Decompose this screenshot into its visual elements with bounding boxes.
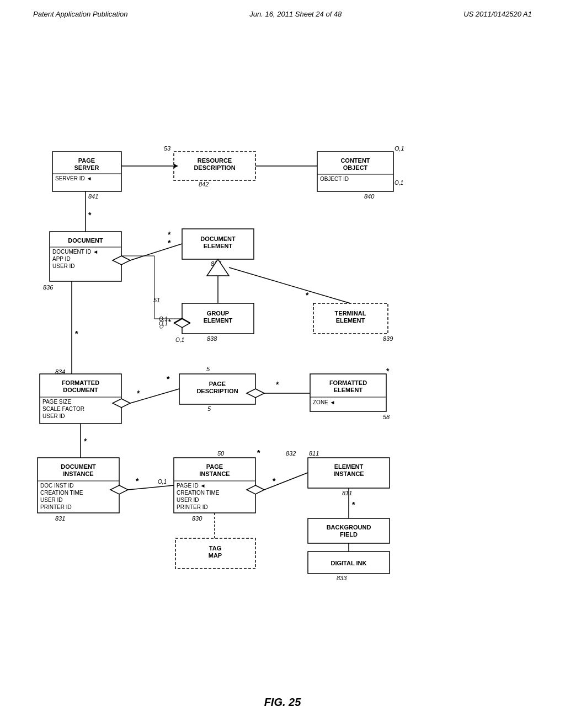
svg-text:*: * (257, 448, 260, 457)
svg-line-98 (229, 267, 350, 303)
svg-text:CONTENT: CONTENT (340, 157, 370, 164)
svg-text:USER ID: USER ID (52, 263, 75, 269)
svg-text:DOCUMENT: DOCUMENT (200, 235, 236, 242)
svg-line-93 (130, 244, 182, 260)
svg-text:5: 5 (206, 366, 210, 372)
svg-text:OBJECT ID: OBJECT ID (320, 176, 349, 182)
svg-text:811: 811 (309, 450, 319, 457)
svg-text:834: 834 (55, 368, 65, 375)
svg-text:832: 832 (286, 450, 296, 457)
svg-text:*: * (167, 374, 170, 383)
svg-text:5: 5 (207, 405, 211, 412)
svg-text:O,1: O,1 (159, 320, 168, 326)
svg-text:SERVER: SERVER (74, 164, 99, 171)
svg-line-115 (264, 473, 308, 490)
svg-text:TERMINAL: TERMINAL (335, 310, 366, 317)
header-right: US 2011/0142520 A1 (463, 10, 532, 18)
svg-text:PAGE: PAGE (78, 157, 95, 164)
svg-text:ELEMENT: ELEMENT (204, 317, 233, 324)
svg-text:DESCRIPTION: DESCRIPTION (194, 164, 235, 171)
svg-text:*: * (386, 367, 390, 376)
svg-text:ELEMENT: ELEMENT (334, 387, 363, 393)
svg-text:*: * (168, 318, 171, 326)
svg-text:ZONE ◄: ZONE ◄ (313, 399, 335, 405)
svg-text:DOCUMENT: DOCUMENT (61, 463, 96, 470)
svg-text:53: 53 (164, 145, 171, 152)
svg-text:USER ID: USER ID (177, 497, 199, 503)
diagram-svg: PAGE SERVER SERVER ID ◄ 841 RESOURCE DES… (0, 66, 565, 711)
svg-text:ELEMENT: ELEMENT (204, 243, 233, 249)
svg-text:FIELD: FIELD (340, 531, 358, 538)
svg-text:TAG: TAG (209, 545, 221, 552)
svg-text:DIGITAL INK: DIGITAL INK (331, 560, 367, 566)
svg-text:PAGE SIZE: PAGE SIZE (42, 399, 71, 405)
svg-text:BACKGROUND: BACKGROUND (327, 524, 371, 531)
svg-text:INSTANCE: INSTANCE (199, 470, 230, 477)
svg-text:CREATION TIME: CREATION TIME (177, 490, 220, 496)
svg-text:838: 838 (207, 335, 217, 342)
svg-text:833: 833 (337, 575, 347, 581)
svg-text:ELEMENT: ELEMENT (334, 463, 364, 470)
svg-text:*: * (136, 477, 139, 485)
svg-text:APP ID: APP ID (52, 256, 71, 262)
svg-text:O,1: O,1 (395, 145, 404, 152)
svg-text:INSTANCE: INSTANCE (63, 470, 93, 477)
svg-text:SERVER ID ◄: SERVER ID ◄ (55, 175, 92, 181)
svg-text:*: * (75, 329, 78, 338)
svg-text:SCALE FACTOR: SCALE FACTOR (42, 406, 84, 412)
page: Patent Application Publication Jun. 16, … (0, 0, 565, 728)
svg-text:OBJECT: OBJECT (343, 164, 368, 171)
svg-text:*: * (137, 389, 140, 398)
svg-text:*: * (306, 291, 309, 299)
svg-text:*: * (273, 477, 276, 485)
svg-text:INSTANCE: INSTANCE (333, 470, 364, 477)
svg-text:USER ID: USER ID (42, 413, 65, 419)
svg-text:PRINTER ID: PRINTER ID (40, 504, 72, 510)
svg-text:O,1: O,1 (158, 479, 167, 485)
header-center: Jun. 16, 2011 Sheet 24 of 48 (249, 10, 342, 18)
svg-text:DOCUMENT: DOCUMENT (63, 387, 98, 393)
svg-text:DESCRIPTION: DESCRIPTION (196, 388, 238, 394)
svg-text:ELEMENT: ELEMENT (336, 317, 365, 324)
svg-text:842: 842 (199, 181, 209, 188)
svg-text:841: 841 (88, 193, 98, 200)
svg-text:RESOURCE: RESOURCE (198, 157, 232, 164)
svg-text:FORMATTED: FORMATTED (329, 379, 367, 386)
svg-text:831: 831 (55, 515, 65, 522)
header-left: Patent Application Publication (33, 10, 128, 18)
svg-text:58: 58 (383, 414, 390, 420)
svg-text:USER ID: USER ID (40, 497, 63, 503)
svg-text:830: 830 (192, 515, 202, 522)
svg-text:CREATION TIME: CREATION TIME (40, 490, 83, 496)
svg-marker-96 (207, 259, 229, 276)
header: Patent Application Publication Jun. 16, … (0, 0, 565, 18)
svg-text:50: 50 (217, 450, 225, 457)
svg-text:PAGE: PAGE (206, 463, 223, 470)
svg-text:PAGE: PAGE (209, 381, 226, 387)
svg-text:*: * (88, 211, 92, 220)
svg-text:840: 840 (364, 193, 375, 200)
svg-text:836: 836 (43, 284, 54, 291)
svg-text:811: 811 (342, 490, 352, 496)
svg-text:*: * (168, 238, 171, 247)
svg-text:FORMATTED: FORMATTED (62, 379, 99, 386)
svg-text:*: * (168, 230, 171, 239)
svg-text:*: * (84, 437, 87, 446)
svg-text:DOCUMENT ID ◄: DOCUMENT ID ◄ (52, 249, 98, 255)
svg-text:DOC INST ID: DOC INST ID (40, 483, 73, 489)
svg-line-111 (128, 485, 174, 490)
svg-text:GROUP: GROUP (207, 310, 229, 317)
svg-text:PRINTER ID: PRINTER ID (177, 504, 208, 510)
svg-text:839: 839 (383, 335, 393, 342)
svg-text:O,1: O,1 (175, 337, 184, 343)
svg-text:*: * (352, 500, 355, 509)
svg-text:PAGE ID ◄: PAGE ID ◄ (177, 483, 206, 489)
figure-caption: FIG. 25 (264, 696, 301, 709)
svg-text:DOCUMENT: DOCUMENT (68, 237, 103, 244)
svg-text:O,1: O,1 (395, 180, 403, 186)
svg-text:*: * (276, 380, 279, 389)
svg-text:MAP: MAP (209, 552, 222, 559)
